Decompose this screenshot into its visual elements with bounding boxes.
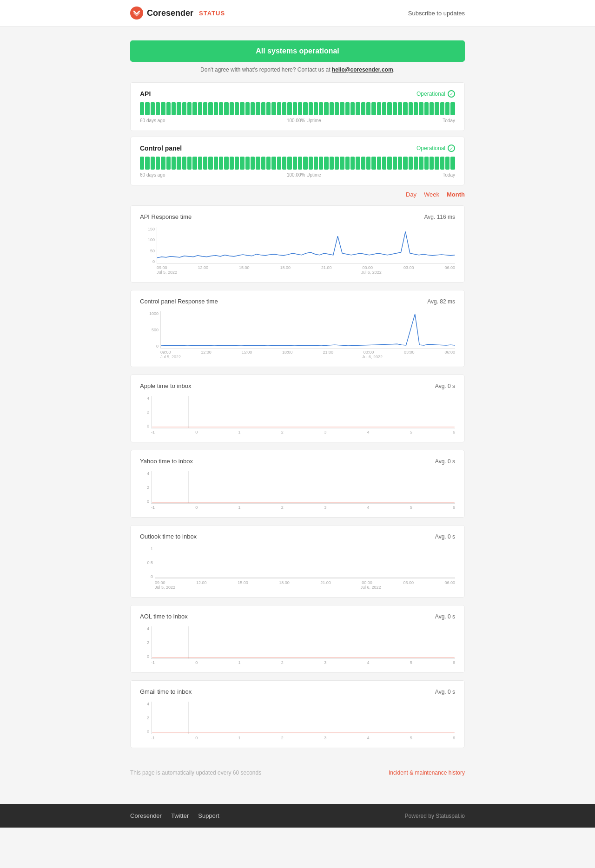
uptime-bar: [151, 102, 155, 115]
uptime-bar: [450, 157, 455, 170]
uptime-bar: [435, 157, 439, 170]
footer-link-coresender[interactable]: Coresender: [130, 812, 162, 819]
line-chart-outlook: [155, 546, 455, 579]
service-name-api: API: [140, 90, 151, 98]
footer-link-twitter[interactable]: Twitter: [171, 812, 189, 819]
footer-note: This page is automatically updated every…: [130, 762, 465, 776]
uptime-bar: [398, 102, 402, 115]
chart-avg-yahoo: Avg. 0 s: [435, 458, 455, 465]
uptime-bar: [172, 102, 176, 115]
uptime-bar: [235, 102, 239, 115]
uptime-bar: [377, 102, 381, 115]
uptime-bar: [356, 157, 360, 170]
uptime-bar: [293, 102, 297, 115]
y-labels-gmail: 420: [140, 702, 149, 734]
uptime-bar: [350, 157, 355, 170]
uptime-bar: [424, 102, 429, 115]
uptime-bar: [140, 157, 144, 170]
chart-avg-gmail: Avg. 0 s: [435, 689, 455, 695]
subscribe-link[interactable]: Subscribe to updates: [408, 10, 465, 17]
uptime-bar: [387, 102, 391, 115]
chart-aol-inbox: AOL time to inbox Avg. 0 s 420 -10123456: [130, 605, 465, 673]
uptime-bar: [419, 102, 423, 115]
chart-avg-outlook: Avg. 0 s: [435, 533, 455, 540]
x-labels-apple: -10123456: [151, 430, 455, 434]
chart-title-gmail: Gmail time to inbox: [140, 688, 192, 695]
x-labels-gmail: -10123456: [151, 736, 455, 740]
uptime-bar: [382, 157, 386, 170]
uptime-bar: [377, 157, 381, 170]
x-labels-cp: 09:0012:0015:0018:0021:0000:0003:0006:00: [160, 350, 455, 355]
svg-point-0: [130, 7, 143, 20]
check-icon-api: ✓: [448, 90, 455, 98]
uptime-bar: [430, 157, 434, 170]
filter-month[interactable]: Month: [447, 191, 465, 198]
uptime-bar: [298, 102, 302, 115]
uptime-bar: [187, 102, 192, 115]
uptime-bar: [230, 102, 234, 115]
uptime-bar: [398, 157, 402, 170]
x-labels-outlook: 09:0012:0015:0018:0021:0000:0003:0006:00: [155, 580, 455, 585]
incident-history-link[interactable]: Incident & maintenance history: [389, 769, 465, 776]
filter-day[interactable]: Day: [406, 191, 416, 198]
uptime-bar: [393, 157, 397, 170]
uptime-bar: [182, 157, 186, 170]
uptime-bar: [256, 157, 260, 170]
uptime-bar: [303, 157, 307, 170]
uptime-bar: [371, 102, 376, 115]
x-dates-outlook: Jul 5, 2022Jul 6, 2022: [155, 585, 455, 590]
status-banner: All systems operational: [130, 40, 465, 62]
uptime-bar: [140, 102, 144, 115]
uptime-bar: [261, 157, 265, 170]
uptime-bar: [287, 157, 291, 170]
contact-email[interactable]: hello@coresender.com: [332, 66, 393, 73]
auto-update-text: This page is automatically updated every…: [130, 769, 261, 776]
line-chart-yahoo: [151, 471, 455, 504]
uptime-labels-api: 60 days ago 100.00% Uptime Today: [140, 118, 455, 123]
uptime-bar: [245, 157, 250, 170]
service-name-controlpanel: Control panel: [140, 145, 182, 152]
uptime-bar: [145, 157, 149, 170]
uptime-bar: [303, 102, 307, 115]
logo-area: Coresender STATUS: [130, 7, 225, 20]
powered-by-text: Powered by Statuspal.io: [405, 813, 465, 819]
uptime-bar: [219, 157, 223, 170]
main-content: All systems operational Don't agree with…: [0, 26, 595, 804]
footer-links: Coresender Twitter Support: [130, 812, 219, 819]
chart-gmail-inbox: Gmail time to inbox Avg. 0 s 420 -101234…: [130, 680, 465, 748]
line-chart-aol: [151, 626, 455, 659]
uptime-bar: [177, 157, 181, 170]
uptime-bar: [166, 102, 171, 115]
uptime-bar: [366, 157, 370, 170]
uptime-bar: [277, 157, 281, 170]
uptime-bar: [145, 102, 149, 115]
uptime-bar: [161, 102, 165, 115]
uptime-bar: [224, 102, 228, 115]
uptime-bar: [214, 102, 218, 115]
uptime-bar: [156, 102, 160, 115]
uptime-bar: [419, 157, 423, 170]
uptime-bar: [414, 157, 418, 170]
uptime-bar: [324, 157, 328, 170]
service-card-controlpanel: Control panel Operational ✓ 60 days ago …: [130, 137, 465, 185]
uptime-bar: [319, 157, 323, 170]
uptime-bar: [277, 102, 281, 115]
uptime-bar: [403, 157, 407, 170]
uptime-bar: [409, 102, 413, 115]
chart-avg-api: Avg. 116 ms: [424, 214, 455, 220]
footer-link-support[interactable]: Support: [198, 812, 219, 819]
uptime-bar: [219, 102, 223, 115]
uptime-bar: [230, 157, 234, 170]
filter-week[interactable]: Week: [424, 191, 439, 198]
uptime-bar: [335, 157, 339, 170]
line-chart-gmail: [151, 702, 455, 734]
uptime-bar: [335, 102, 339, 115]
uptime-bar: [356, 102, 360, 115]
chart-title-api: API Response time: [140, 213, 192, 220]
uptime-bar: [424, 157, 429, 170]
uptime-bar: [314, 157, 318, 170]
uptime-labels-controlpanel: 60 days ago 100.00% Uptime Today: [140, 172, 455, 178]
footer: Coresender Twitter Support Powered by St…: [0, 804, 595, 828]
y-labels-cp: 1000 500 0: [140, 311, 159, 349]
uptime-bar: [387, 157, 391, 170]
